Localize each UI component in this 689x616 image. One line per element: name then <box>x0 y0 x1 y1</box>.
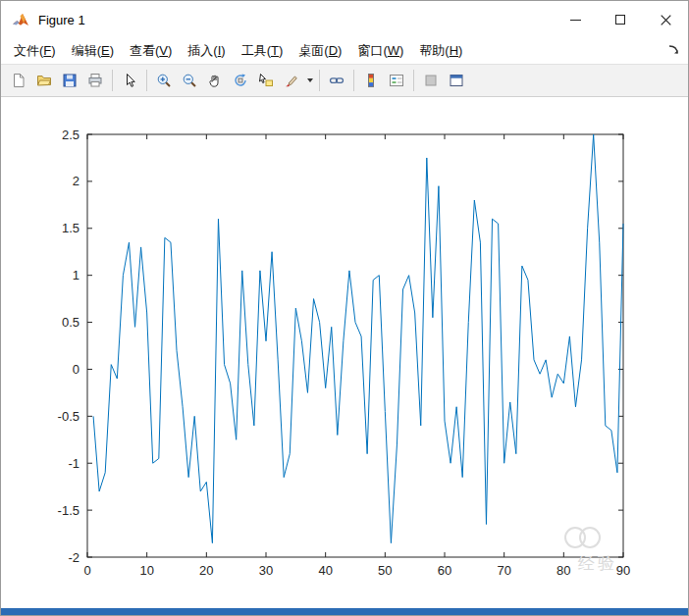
legend-icon <box>389 73 404 88</box>
bottom-accent-bar <box>1 608 688 615</box>
close-button[interactable] <box>643 1 688 38</box>
matlab-icon <box>12 12 29 27</box>
pan-button[interactable] <box>202 68 228 93</box>
figure-canvas: 0102030405060708090-2-1.5-1-0.500.511.52… <box>1 97 688 608</box>
svg-text:30: 30 <box>259 563 273 578</box>
svg-text:60: 60 <box>438 563 451 578</box>
insert-colorbar-button[interactable] <box>358 68 384 93</box>
colorbar-icon <box>363 73 379 88</box>
brush-icon <box>284 73 299 88</box>
zoom-in-button[interactable] <box>151 68 177 93</box>
window-controls <box>553 1 688 38</box>
print-figure-button[interactable] <box>82 68 108 93</box>
svg-text:-2: -2 <box>68 550 80 565</box>
svg-text:90: 90 <box>616 563 630 578</box>
svg-text:20: 20 <box>199 563 213 578</box>
minimize-button[interactable] <box>553 1 598 38</box>
svg-text:0: 0 <box>73 362 80 377</box>
printer-icon <box>87 73 103 88</box>
svg-text:50: 50 <box>378 563 392 578</box>
save-floppy-icon <box>62 73 78 88</box>
figure-window: Figure 1 文件(F)编辑(E)查看(V)插入(I)工具(T)桌面(D)窗… <box>0 0 689 616</box>
toolbar-separator <box>353 70 354 91</box>
chevron-down-icon <box>307 78 313 82</box>
show-plot-tools-dock-button[interactable] <box>444 68 469 93</box>
svg-text:2: 2 <box>73 174 80 188</box>
toolbar-separator <box>146 70 147 91</box>
menu-item-tools[interactable]: 工具(T) <box>234 38 292 64</box>
maximize-icon <box>615 15 625 25</box>
svg-text:10: 10 <box>139 563 153 578</box>
rotate-3d-button[interactable] <box>228 68 253 93</box>
new-figure-button[interactable] <box>6 68 31 93</box>
menu-item-window[interactable]: 窗口(W) <box>349 38 411 64</box>
svg-text:1.5: 1.5 <box>62 221 80 235</box>
save-figure-button[interactable] <box>57 68 82 93</box>
brush-dropdown[interactable] <box>304 68 315 93</box>
menu-item-help[interactable]: 帮助(H) <box>411 38 470 64</box>
svg-text:-0.5: -0.5 <box>58 409 80 424</box>
svg-text:80: 80 <box>556 563 570 578</box>
zoom-in-icon <box>156 73 172 88</box>
zoom-out-button[interactable] <box>177 68 202 93</box>
zoom-out-icon <box>182 73 197 88</box>
menu-item-view[interactable]: 查看(V) <box>122 38 180 64</box>
new-document-icon <box>11 73 26 88</box>
link-plot-button[interactable] <box>324 68 349 93</box>
open-file-button[interactable] <box>31 68 57 93</box>
svg-text:0.5: 0.5 <box>62 315 80 330</box>
open-folder-icon <box>36 73 52 88</box>
menu-item-edit[interactable]: 编辑(E) <box>64 38 122 64</box>
menu-item-desktop[interactable]: 桌面(D) <box>291 38 349 64</box>
hide-plot-tools-button[interactable] <box>418 68 444 93</box>
close-icon <box>661 15 671 26</box>
rotate-3d-icon <box>233 73 248 88</box>
dock-window-icon <box>449 73 464 88</box>
plot: 0102030405060708090-2-1.5-1-0.500.511.52… <box>1 97 688 608</box>
brush-button[interactable] <box>279 68 304 93</box>
svg-text:1: 1 <box>73 268 80 282</box>
svg-text:0: 0 <box>83 563 90 578</box>
toolbar-separator <box>112 70 113 91</box>
link-plot-icon <box>329 73 344 88</box>
svg-text:2.5: 2.5 <box>62 128 80 142</box>
insert-legend-button[interactable] <box>384 68 409 93</box>
data-cursor-icon <box>258 73 274 88</box>
arrow-cursor-icon <box>122 73 137 88</box>
menu-item-insert[interactable]: 插入(I) <box>180 38 233 64</box>
svg-text:40: 40 <box>318 563 332 578</box>
dock-figure-arrow-icon[interactable] <box>666 43 682 59</box>
svg-text:-1: -1 <box>68 456 80 471</box>
data-cursor-button[interactable] <box>253 68 279 93</box>
titlebar: Figure 1 <box>1 1 688 38</box>
maximize-button[interactable] <box>598 1 643 38</box>
minimize-icon <box>570 20 581 21</box>
pan-hand-icon <box>207 73 223 88</box>
menubar: 文件(F)编辑(E)查看(V)插入(I)工具(T)桌面(D)窗口(W)帮助(H) <box>1 38 688 65</box>
svg-text:-1.5: -1.5 <box>58 503 80 518</box>
toolbar-separator <box>413 70 414 91</box>
svg-text:70: 70 <box>497 563 510 578</box>
menu-item-file[interactable]: 文件(F) <box>6 38 64 64</box>
toolbar <box>1 65 688 97</box>
edit-plot-button[interactable] <box>117 68 142 93</box>
hide-plot-tools-icon <box>423 73 439 88</box>
window-title: Figure 1 <box>38 13 85 27</box>
toolbar-separator <box>319 70 320 91</box>
